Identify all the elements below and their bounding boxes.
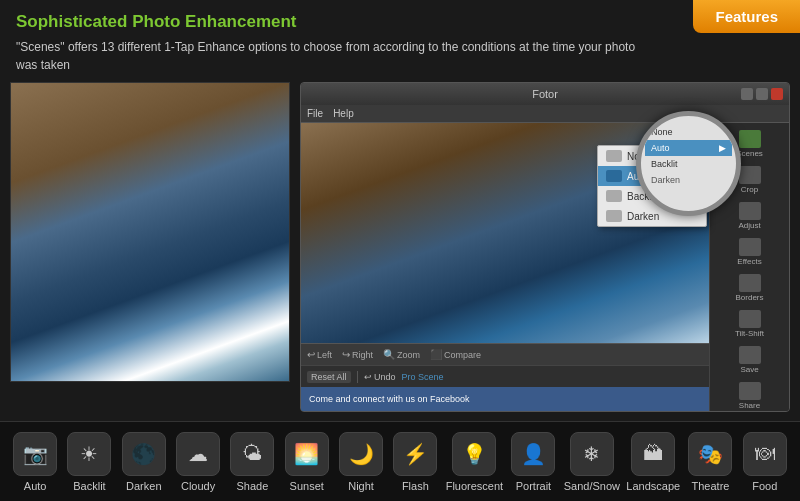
- sidebar-borders[interactable]: Borders: [710, 271, 789, 305]
- sidebar-effects[interactable]: Effects: [710, 235, 789, 269]
- scene-label-sand-snow: Sand/Snow: [564, 480, 620, 492]
- sidebar-adjust[interactable]: Adjust: [710, 199, 789, 233]
- scene-label-flash: Flash: [402, 480, 429, 492]
- scene-label-sunset: Sunset: [290, 480, 324, 492]
- scene-item-flash[interactable]: ⚡Flash: [391, 432, 439, 492]
- facebook-bar: Come and connect with us on Facebook: [301, 387, 709, 411]
- left-btn[interactable]: ↩ Left: [307, 349, 332, 360]
- scene-label-landscape: Landscape: [626, 480, 680, 492]
- maximize-button[interactable]: [756, 88, 768, 100]
- window-title: Fotor: [532, 88, 558, 100]
- magnifier-circle: None Auto▶ Backlit Darken: [636, 111, 741, 216]
- reset-all-button[interactable]: Reset All: [307, 371, 351, 383]
- minimize-button[interactable]: [741, 88, 753, 100]
- page-subtitle: "Scenes" offers 13 different 1-Tap Enhan…: [16, 38, 636, 74]
- menu-file[interactable]: File: [307, 108, 323, 119]
- scene-item-landscape[interactable]: 🏔Landscape: [626, 432, 680, 492]
- scene-item-backlit[interactable]: ☀Backlit: [65, 432, 113, 492]
- scene-label-theatre: Theatre: [692, 480, 730, 492]
- sidebar-tiltshift[interactable]: Tilt-Shift: [710, 307, 789, 341]
- photo-toolbar: ↩ Left ↪ Right 🔍 Zoom ⬛ Compare: [301, 343, 709, 365]
- scene-label-portrait: Portrait: [516, 480, 551, 492]
- scene-item-portrait[interactable]: 👤Portrait: [509, 432, 557, 492]
- scene-icon-backlit: ☀: [67, 432, 111, 476]
- mag-backlit-item: Backlit: [645, 156, 732, 172]
- main-content: Fotor File Help ↩ Left: [0, 82, 800, 412]
- left-photo: [10, 82, 290, 382]
- close-button[interactable]: [771, 88, 783, 100]
- scene-icon-portrait: 👤: [511, 432, 555, 476]
- app-window: Fotor File Help ↩ Left: [300, 82, 790, 412]
- scene-icon-darken: 🌑: [122, 432, 166, 476]
- header-section: Features Sophisticated Photo Enhancement…: [0, 0, 800, 82]
- scene-label-cloudy: Cloudy: [181, 480, 215, 492]
- scene-icon-sand-snow: ❄: [570, 432, 614, 476]
- scene-label-darken: Darken: [126, 480, 161, 492]
- scene-icon-landscape: 🏔: [631, 432, 675, 476]
- scene-icon-theatre: 🎭: [688, 432, 732, 476]
- pro-scene-button[interactable]: Pro Scene: [402, 372, 444, 382]
- scene-item-auto[interactable]: 📷Auto: [11, 432, 59, 492]
- left-photo-inner: [11, 83, 289, 381]
- scene-label-auto: Auto: [24, 480, 47, 492]
- scene-icon-fluorescent: 💡: [452, 432, 496, 476]
- right-btn[interactable]: ↪ Right: [342, 349, 373, 360]
- zoom-btn[interactable]: 🔍 Zoom: [383, 349, 420, 360]
- features-button[interactable]: Features: [693, 0, 800, 33]
- scene-icon-cloudy: ☁: [176, 432, 220, 476]
- scene-label-fluorescent: Fluorescent: [446, 480, 503, 492]
- scenes-bar: 📷Auto☀Backlit🌑Darken☁Cloudy🌤Shade🌅Sunset…: [0, 421, 800, 501]
- scene-icon-sunset: 🌅: [285, 432, 329, 476]
- page-title: Sophisticated Photo Enhancement: [16, 12, 784, 32]
- scene-icon-shade: 🌤: [230, 432, 274, 476]
- scene-item-night[interactable]: 🌙Night: [337, 432, 385, 492]
- scene-item-sunset[interactable]: 🌅Sunset: [283, 432, 331, 492]
- scene-item-sand-snow[interactable]: ❄Sand/Snow: [564, 432, 620, 492]
- menu-help[interactable]: Help: [333, 108, 354, 119]
- scene-label-food: Food: [752, 480, 777, 492]
- scene-item-darken[interactable]: 🌑Darken: [120, 432, 168, 492]
- window-controls: [741, 88, 783, 100]
- sidebar-share[interactable]: Share: [710, 379, 789, 412]
- mag-auto-item: Auto▶: [645, 140, 732, 156]
- compare-btn[interactable]: ⬛ Compare: [430, 349, 481, 360]
- scene-icon-flash: ⚡: [393, 432, 437, 476]
- scene-label-shade: Shade: [237, 480, 269, 492]
- scene-item-theatre[interactable]: 🎭Theatre: [686, 432, 734, 492]
- facebook-text: Come and connect with us on Facebook: [309, 394, 470, 404]
- window-titlebar: Fotor: [301, 83, 789, 105]
- scene-item-food[interactable]: 🍽Food: [741, 432, 789, 492]
- scene-item-cloudy[interactable]: ☁Cloudy: [174, 432, 222, 492]
- undo-button[interactable]: ↩ Undo: [364, 372, 396, 382]
- scene-label-backlit: Backlit: [73, 480, 105, 492]
- scene-item-fluorescent[interactable]: 💡Fluorescent: [446, 432, 503, 492]
- sidebar-save[interactable]: Save: [710, 343, 789, 377]
- mag-darken-item: Darken: [645, 172, 732, 188]
- scene-item-shade[interactable]: 🌤Shade: [228, 432, 276, 492]
- scene-label-night: Night: [348, 480, 374, 492]
- scene-icon-auto: 📷: [13, 432, 57, 476]
- mag-none-item: None: [645, 124, 732, 140]
- scene-icon-night: 🌙: [339, 432, 383, 476]
- action-bar: Reset All ↩ Undo Pro Scene: [301, 365, 709, 387]
- scene-icon-food: 🍽: [743, 432, 787, 476]
